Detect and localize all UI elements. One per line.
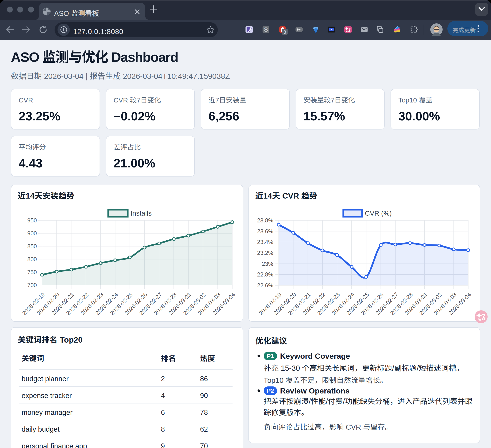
svg-text:700: 700 bbox=[27, 281, 37, 289]
svg-text:23%: 23% bbox=[262, 259, 273, 267]
svg-text:22.6%: 22.6% bbox=[257, 281, 273, 289]
svg-text:950: 950 bbox=[27, 216, 37, 224]
svg-text:Installs: Installs bbox=[131, 208, 152, 218]
svg-text:900: 900 bbox=[27, 229, 37, 237]
svg-text:23.6%: 23.6% bbox=[257, 227, 273, 235]
svg-text:750: 750 bbox=[27, 268, 37, 276]
svg-text:3: 3 bbox=[283, 29, 286, 35]
svg-text:800: 800 bbox=[27, 255, 37, 263]
svg-text:CVR (%): CVR (%) bbox=[365, 208, 392, 218]
svg-text:S: S bbox=[264, 26, 268, 33]
svg-text:23.8%: 23.8% bbox=[257, 216, 273, 224]
svg-text:23.2%: 23.2% bbox=[257, 248, 273, 256]
svg-text:850: 850 bbox=[27, 242, 37, 250]
svg-text:22.8%: 22.8% bbox=[257, 270, 273, 278]
svg-text:23.4%: 23.4% bbox=[257, 238, 273, 246]
